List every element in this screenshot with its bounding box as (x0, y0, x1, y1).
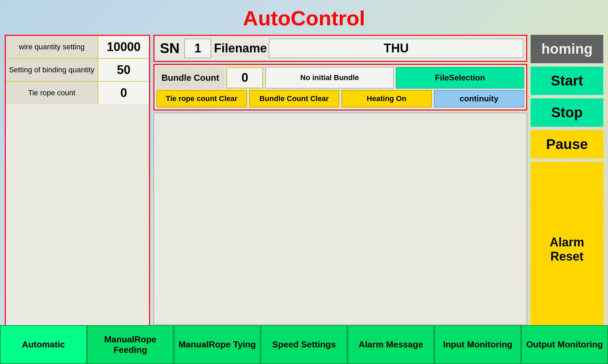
tie-rope-clear-button[interactable]: Tie rope count Clear (156, 90, 247, 107)
pause-button[interactable]: Pause (531, 130, 603, 159)
continuity-button[interactable]: continuity (434, 90, 525, 107)
file-selection-button[interactable]: FileSelection (396, 67, 524, 89)
sn-value[interactable]: 1 (184, 39, 211, 58)
bundle-count-value[interactable]: 0 (226, 67, 263, 89)
log-area: ◄ ► (153, 113, 527, 337)
binding-quantity-label: Setting of binding quantity (6, 59, 98, 81)
alarm-reset-button[interactable]: Alarm Reset (531, 162, 603, 337)
wire-quantity-value[interactable]: 10000 (98, 36, 149, 58)
bundle-count-label: Bundle Count (156, 67, 224, 89)
sn-label: SN (157, 39, 182, 58)
middle-controls: Bundle Count 0 No initial Bundle FileSel… (153, 64, 527, 111)
stop-button[interactable]: Stop (531, 98, 603, 127)
nav-btn-input-monitoring[interactable]: Input Monitoring (434, 325, 521, 364)
homing-button[interactable]: homing (531, 35, 603, 63)
tie-rope-count-label: Tie rope count (6, 82, 98, 104)
binding-quantity-value[interactable]: 50 (98, 59, 149, 81)
start-button[interactable]: Start (531, 67, 603, 95)
tie-rope-count-value[interactable]: 0 (98, 82, 149, 104)
right-panel: homing Start Stop Pause Alarm Reset (531, 35, 603, 337)
bundle-count-clear-button[interactable]: Bundle Count Clear (249, 90, 340, 107)
heating-on-button[interactable]: Heating On (341, 90, 432, 107)
binding-quantity-row: Setting of binding quantity 50 (6, 59, 149, 82)
middle-row1: Bundle Count 0 No initial Bundle FileSel… (156, 67, 524, 89)
center-panel: SN 1 Filename THU Bundle Count 0 No init… (153, 35, 527, 337)
nav-btn-manualrope-tying[interactable]: ManualRope Tying (174, 325, 261, 364)
filename-value[interactable]: THU (269, 39, 524, 58)
left-panel: wire quantity setting 10000 Setting of b… (5, 35, 150, 337)
wire-quantity-label: wire quantity setting (6, 36, 98, 58)
nav-btn-speed-settings[interactable]: Speed Settings (261, 325, 347, 364)
filename-section: Filename THU (214, 39, 524, 58)
nav-btn-automatic[interactable]: Automatic (0, 325, 87, 364)
wire-quantity-row: wire quantity setting 10000 (6, 36, 149, 59)
page-title: AutoControl (0, 0, 608, 35)
nav-btn-manualrope-feeding[interactable]: ManualRope Feeding (87, 325, 174, 364)
no-initial-bundle-button[interactable]: No initial Bundle (265, 67, 394, 89)
nav-btn-alarm-message[interactable]: Alarm Message (347, 325, 434, 364)
filename-label: Filename (214, 41, 267, 55)
middle-row2: Tie rope count Clear Bundle Count Clear … (156, 90, 524, 107)
sn-section: SN 1 (157, 39, 211, 58)
top-info-bar: SN 1 Filename THU (153, 35, 527, 62)
nav-btn-output-monitoring[interactable]: Output Monitoring (521, 325, 608, 364)
tie-rope-count-row: Tie rope count 0 (6, 82, 149, 104)
bottom-nav: AutomaticManualRope FeedingManualRope Ty… (0, 325, 608, 364)
